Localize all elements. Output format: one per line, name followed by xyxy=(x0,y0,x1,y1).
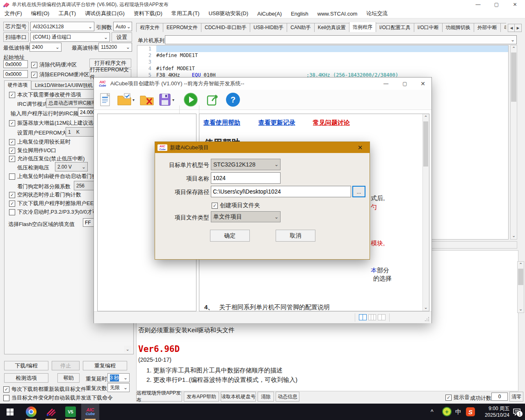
clock[interactable]: 9:00 周五 2025/10/24 xyxy=(477,405,509,418)
reset-count-button[interactable]: 清零 xyxy=(509,392,523,402)
hw-checkbox[interactable]: ✓ xyxy=(9,148,15,154)
eeprom-start-address-input[interactable] xyxy=(3,70,28,78)
tab-program-file[interactable]: 程序文件 xyxy=(136,23,163,32)
save-project-icon[interactable] xyxy=(158,93,171,107)
lvd-voltage-select[interactable]: 2.00 V ⌄ xyxy=(55,162,88,171)
create-folder-checkbox[interactable]: ✓ xyxy=(212,203,218,209)
code-start-address-input[interactable] xyxy=(3,60,28,68)
maximize-icon[interactable]: ▢ xyxy=(396,78,414,90)
scan-port-button[interactable]: 扫描串口 xyxy=(3,32,29,42)
open-dropdown-icon[interactable]: ▾ xyxy=(132,98,135,102)
hw-panel-scroll-down[interactable]: ⌄ xyxy=(124,346,131,352)
download-program-button[interactable]: 下载/编程 xyxy=(4,361,48,370)
hw-checkbox[interactable] xyxy=(9,173,15,180)
code-scroll-up[interactable]: ⌃ xyxy=(511,46,517,52)
tab-io-interrupt[interactable]: I/O口中断 xyxy=(414,23,443,32)
maximize-icon[interactable]: ▢ xyxy=(487,0,506,9)
menu-debug-interface[interactable]: 调试仿真接口(G) xyxy=(80,10,129,17)
close-icon[interactable]: ✕ xyxy=(354,142,366,153)
help-scroll-down[interactable]: ⌄ xyxy=(423,304,429,310)
repeat-times-select[interactable]: 无限 ⌄ xyxy=(107,383,130,392)
menu-common-tools[interactable]: 常用工具(T) xyxy=(167,10,204,17)
success-count-input[interactable] xyxy=(491,393,508,401)
code-scroll-down[interactable]: ⌄ xyxy=(511,233,517,239)
menu-tools[interactable]: 工具(T) xyxy=(54,10,80,17)
chip-model-button[interactable]: 芯片型号 xyxy=(3,22,29,31)
hw-checkbox[interactable]: ✓ xyxy=(9,156,15,162)
tab-ext-interrupt[interactable]: 外部中断 xyxy=(474,23,501,32)
new-project-icon[interactable] xyxy=(99,93,111,107)
tab-cdc-hid-serial[interactable]: CDC/HID-串口助手 xyxy=(201,23,250,32)
minimize-icon[interactable]: — xyxy=(377,78,395,90)
start-button[interactable] xyxy=(1,404,19,420)
run-generate-icon[interactable] xyxy=(183,92,198,107)
tab-keil-sim[interactable]: Keil仿真设置 xyxy=(314,23,349,32)
eeprom-size-select[interactable]: 1 K xyxy=(66,127,98,137)
layout-split-icon[interactable] xyxy=(378,314,386,320)
help-button[interactable]: 帮助 xyxy=(57,373,80,383)
link-view-help[interactable]: 查看使用帮助 xyxy=(203,119,240,127)
target-mcu-select[interactable]: STC32G12K128 ⌄ xyxy=(211,159,281,170)
main-titlebar[interactable]: 单片机在线升级编程仿真调试平台软件 (V6.96D), 远程现场升级APP发布 … xyxy=(0,0,525,9)
remote-app-publish-button[interactable]: 远程现场升级APP发布 xyxy=(136,392,182,402)
auto-load-checkbox[interactable] xyxy=(3,395,9,401)
layout-three-pane-icon[interactable] xyxy=(368,314,376,320)
project-type-select[interactable]: 单文件项目 ⌄ xyxy=(211,211,281,222)
stop-button[interactable]: 停止 xyxy=(52,361,80,370)
beep-checkbox[interactable]: ✓ xyxy=(445,395,452,401)
resize-grip[interactable] xyxy=(425,317,429,322)
help-scroll-up[interactable]: ⌃ xyxy=(423,114,429,121)
link-faq[interactable]: 常见问题讨论 xyxy=(313,119,350,127)
help-icon[interactable]: ? xyxy=(226,93,240,107)
tab-baud-calc[interactable]: 串口波特率计算器 xyxy=(500,23,506,32)
port-settings-button[interactable]: 设置 xyxy=(112,32,132,42)
menu-english[interactable]: English xyxy=(286,11,313,17)
tab-eeprom-file[interactable]: EEPROM文件 xyxy=(163,23,201,32)
minimize-icon[interactable]: — xyxy=(469,0,487,9)
close-icon[interactable]: ✕ xyxy=(414,78,432,90)
menu-downloads[interactable]: 资料下载(D) xyxy=(129,10,167,17)
ok-button[interactable]: 确定 xyxy=(210,230,250,242)
menu-website[interactable]: www.STCAI.com xyxy=(313,11,362,17)
menu-program[interactable]: 编程(O) xyxy=(27,10,54,17)
tab-can-helper[interactable]: CAN助手 xyxy=(287,23,314,32)
max-baud-select[interactable]: 115200 ⌄ xyxy=(98,43,132,52)
tab-hardware-options[interactable]: 硬件选项 xyxy=(4,80,31,90)
menu-file[interactable]: 文件(F) xyxy=(0,10,27,17)
help-scroll-thumb[interactable] xyxy=(423,121,428,167)
hw-checkbox[interactable]: ✓ xyxy=(9,92,15,98)
cancel-button[interactable]: 取消 xyxy=(276,230,315,242)
code-scroll-thumb[interactable] xyxy=(511,52,516,102)
open-eeprom-file-button[interactable]: 打开EEPROM文件 xyxy=(89,69,131,78)
com-port-select[interactable]: (COM1) 通信端口 ⌄ xyxy=(30,32,110,42)
tab-example-code[interactable]: 范例程序 xyxy=(349,22,376,32)
chip-model-select[interactable]: AI32G12K128 ⌄ xyxy=(30,22,94,31)
hw-checkbox[interactable]: ✓ xyxy=(9,139,15,145)
close-icon[interactable]: ✕ xyxy=(506,0,524,9)
tab-func-pin-switch[interactable]: 功能脚切换 xyxy=(442,23,474,32)
repeat-delay-select[interactable]: 3 秒 ⌄ xyxy=(107,373,130,382)
save-dropdown-icon[interactable]: ▾ xyxy=(172,98,174,102)
taskbar-aicube-icon[interactable]: AIC Cube xyxy=(81,404,99,420)
aicube-titlebar[interactable]: AIC Cube AiCube项目创建助手 (V1.00Y) --前海方舟智能开… xyxy=(94,78,431,90)
dynamic-info-button[interactable]: 动态信息 xyxy=(276,392,299,402)
clear-eeprom-checkbox[interactable]: ✓ xyxy=(31,72,37,78)
min-baud-select[interactable]: 2400 ⌄ xyxy=(30,43,62,52)
notes-scroll-thumb[interactable] xyxy=(518,269,523,285)
clear-button[interactable]: 清除 xyxy=(258,392,274,402)
project-path-input[interactable] xyxy=(211,186,351,197)
notes-scroll-up[interactable]: ⌃ xyxy=(518,262,524,268)
hw-checkbox[interactable]: ✓ xyxy=(9,120,15,126)
notification-center-icon[interactable]: 1 xyxy=(513,408,521,417)
tray-chevron-icon[interactable]: ^ xyxy=(431,409,434,415)
export-icon[interactable] xyxy=(206,93,220,107)
tab-usb-hid[interactable]: USB-HID助手 xyxy=(250,23,287,32)
mcu-series-select[interactable]: ⌄ xyxy=(165,35,517,44)
tab-link1d-writer[interactable]: Link1D/Writer1A/U8W脱机 xyxy=(31,81,96,89)
menu-usb-driver[interactable]: USB驱动安装(D) xyxy=(204,10,253,17)
clear-code-checkbox[interactable]: ✓ xyxy=(31,62,37,68)
tray-antivirus-icon[interactable]: + xyxy=(442,407,452,416)
hw-checkbox[interactable]: ✓ xyxy=(9,192,15,198)
hw-checkbox[interactable]: ✓ xyxy=(9,201,15,207)
layout-two-pane-icon[interactable] xyxy=(359,314,367,320)
